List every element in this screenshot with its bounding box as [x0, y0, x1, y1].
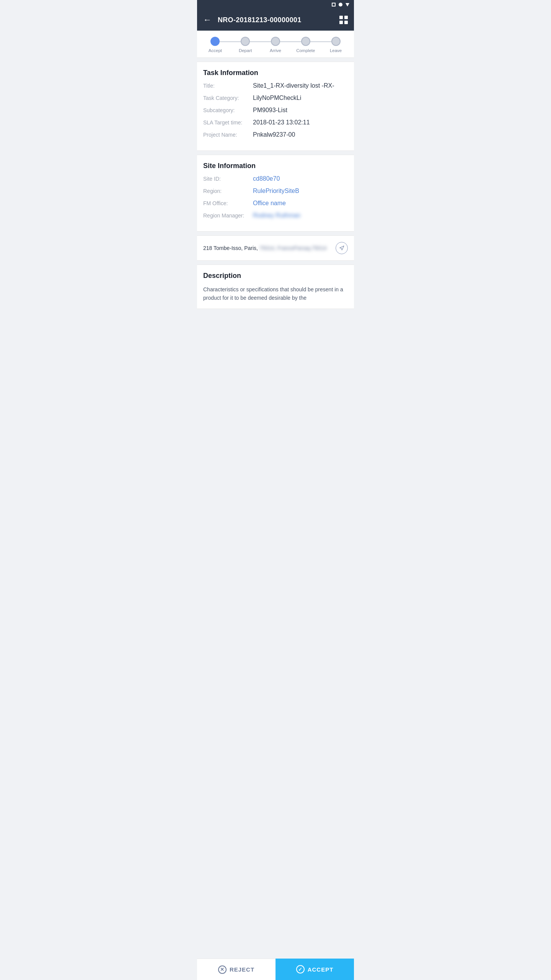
svg-marker-0 — [340, 246, 344, 250]
label-title: Title: — [203, 83, 253, 89]
page-title: NRO-20181213-00000001 — [218, 16, 333, 24]
step-circle-arrive — [271, 37, 280, 46]
field-project-name: Project Name: Pnkalw9237-00 — [203, 131, 348, 138]
field-sla-target: SLA Target time: 2018-01-23 13:02:11 — [203, 119, 348, 126]
value-project-name: Pnkalw9237-00 — [253, 131, 348, 138]
step-label-depart: Depart — [239, 48, 252, 53]
label-subcategory: Subcategory: — [203, 107, 253, 113]
field-subcategory: Subcategory: PM9093-List — [203, 107, 348, 114]
step-arrive[interactable]: Arrive — [261, 37, 291, 53]
step-label-leave: Leave — [330, 48, 342, 53]
label-site-id: Site ID: — [203, 176, 253, 182]
label-task-category: Task Category: — [203, 95, 253, 101]
step-circle-leave — [331, 37, 341, 46]
site-information-section: Site Information Site ID: cd880e70 Regio… — [197, 155, 354, 232]
value-task-category: LilyNoPMCheckLi — [253, 95, 348, 101]
value-subcategory: PM9093-List — [253, 107, 348, 114]
value-region: RulePrioritySiteB — [253, 188, 348, 194]
value-site-id: cd880e70 — [253, 175, 348, 182]
description-section: Description Characteristics or specifica… — [197, 265, 354, 309]
address-row: 218 Tombe-Isso, Paris, 75014, FrancePars… — [197, 235, 354, 261]
battery-icon — [332, 3, 336, 7]
value-sla-target: 2018-01-23 13:02:11 — [253, 119, 348, 126]
field-site-id: Site ID: cd880e70 — [203, 175, 348, 182]
label-region: Region: — [203, 188, 253, 194]
step-label-accept: Accept — [209, 48, 222, 53]
step-leave[interactable]: Leave — [321, 37, 351, 53]
task-information-section: Task Information Title: Site1_1-RX-diver… — [197, 62, 354, 151]
address-visible: 218 Tombe-Isso, Paris, — [203, 245, 259, 251]
navigate-button[interactable] — [336, 242, 348, 254]
step-circle-complete — [301, 37, 310, 46]
step-label-arrive: Arrive — [270, 48, 281, 53]
label-region-manager: Region Manager: — [203, 212, 253, 219]
address-blurred: 75014, FranceParsay,75014 — [259, 245, 327, 251]
progress-steps: Accept Depart Arrive Complete Leave — [197, 31, 354, 58]
address-text: 218 Tombe-Isso, Paris, 75014, FrancePars… — [203, 245, 331, 251]
label-sla-target: SLA Target time: — [203, 119, 253, 126]
field-fm-office: FM Office: Office name — [203, 200, 348, 207]
task-info-title: Task Information — [203, 69, 348, 77]
step-label-complete: Complete — [296, 48, 315, 53]
label-fm-office: FM Office: — [203, 200, 253, 206]
value-title: Site1_1-RX-diversity lost -RX- — [253, 82, 348, 89]
step-depart[interactable]: Depart — [230, 37, 261, 53]
network-icon — [346, 3, 349, 7]
description-text: Characteristics or specifications that s… — [203, 285, 348, 302]
step-accept[interactable]: Accept — [200, 37, 230, 53]
value-region-manager: Rodney Ruthman — [253, 212, 348, 219]
site-info-title: Site Information — [203, 162, 348, 170]
step-circle-accept — [210, 37, 220, 46]
label-project-name: Project Name: — [203, 132, 253, 138]
grid-view-button[interactable] — [339, 16, 348, 24]
step-complete[interactable]: Complete — [290, 37, 321, 53]
status-bar — [197, 0, 354, 9]
header: ← NRO-20181213-00000001 — [197, 9, 354, 31]
value-fm-office: Office name — [253, 200, 348, 207]
main-content: Task Information Title: Site1_1-RX-diver… — [197, 62, 354, 332]
field-region-manager: Region Manager: Rodney Ruthman — [203, 212, 348, 219]
step-circle-depart — [241, 37, 250, 46]
field-region: Region: RulePrioritySiteB — [203, 188, 348, 194]
signal-icon — [339, 3, 342, 7]
description-title: Description — [203, 272, 348, 280]
back-button[interactable]: ← — [203, 16, 212, 24]
field-task-category: Task Category: LilyNoPMCheckLi — [203, 95, 348, 101]
field-title: Title: Site1_1-RX-diversity lost -RX- — [203, 82, 348, 89]
